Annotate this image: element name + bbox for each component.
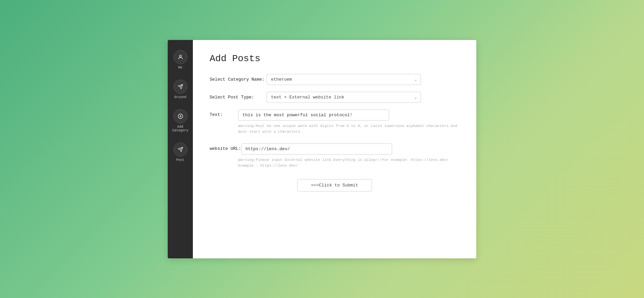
add-category-icon bbox=[173, 109, 187, 123]
post-icon bbox=[173, 142, 187, 157]
svg-point-0 bbox=[179, 55, 181, 57]
category-select-wrapper: etheruem ⌄ bbox=[267, 74, 421, 85]
sidebar-item-add-category[interactable]: AddCategory bbox=[168, 106, 193, 136]
post-type-label: Select Post Type: bbox=[210, 95, 267, 100]
sidebar-ground-label: Ground bbox=[174, 95, 186, 99]
post-type-select-wrapper: text + External website link ⌄ bbox=[267, 92, 421, 103]
post-type-row: Select Post Type: text + External websit… bbox=[210, 92, 460, 103]
text-label: Text: bbox=[210, 110, 238, 117]
text-warning: Warning:Must be one unique word with dig… bbox=[238, 123, 460, 135]
category-row: Select Category Name: etheruem ⌄ bbox=[210, 74, 460, 85]
category-select[interactable]: etheruem bbox=[267, 74, 421, 85]
url-section: website URL: Warning:Please input Extern… bbox=[210, 143, 460, 169]
sidebar: Me Ground AddCategory bbox=[168, 40, 193, 258]
sidebar-post-label: Post bbox=[176, 158, 184, 162]
submit-row: ==>Click to Submit bbox=[210, 179, 460, 191]
page-title: Add Posts bbox=[210, 53, 460, 64]
main-content: Add Posts Select Category Name: etheruem… bbox=[193, 40, 476, 258]
sidebar-item-ground[interactable]: Ground bbox=[168, 76, 193, 102]
sidebar-item-post[interactable]: Post bbox=[168, 139, 193, 165]
post-type-select[interactable]: text + External website link bbox=[267, 92, 421, 103]
url-input[interactable] bbox=[241, 143, 392, 155]
category-label: Select Category Name: bbox=[210, 77, 267, 82]
url-label: website URL: bbox=[210, 143, 241, 151]
submit-button[interactable]: ==>Click to Submit bbox=[297, 179, 372, 191]
url-warning: Warning:Please input External website li… bbox=[238, 157, 460, 169]
text-input[interactable] bbox=[238, 110, 389, 121]
text-section: Text: Warning:Must be one unique word wi… bbox=[210, 110, 460, 135]
text-row: Text: bbox=[210, 110, 460, 121]
url-row: website URL: bbox=[210, 143, 460, 155]
app-container: Me Ground AddCategory bbox=[168, 40, 476, 258]
ground-icon bbox=[173, 80, 187, 94]
person-icon bbox=[173, 50, 187, 64]
sidebar-add-category-label: AddCategory bbox=[172, 125, 188, 132]
sidebar-item-me[interactable]: Me bbox=[168, 47, 193, 73]
sidebar-me-label: Me bbox=[178, 66, 182, 70]
